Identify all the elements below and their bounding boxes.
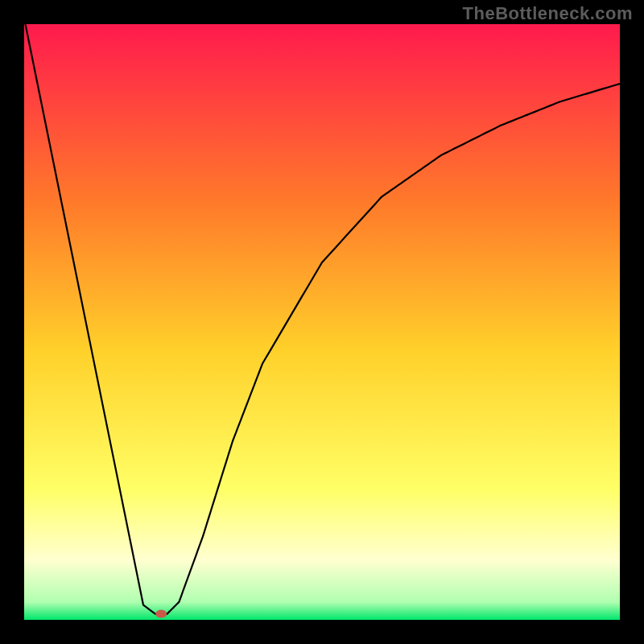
chart-frame: TheBottleneck.com	[0, 0, 644, 644]
plot-area	[24, 24, 620, 620]
bottleneck-chart	[24, 24, 620, 620]
optimal-point-marker	[155, 610, 167, 618]
watermark-text: TheBottleneck.com	[463, 3, 633, 24]
